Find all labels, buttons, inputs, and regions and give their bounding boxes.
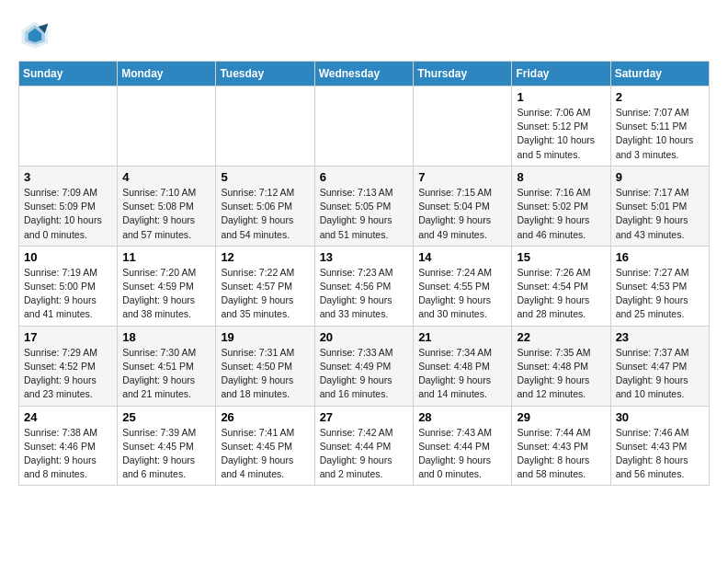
day-number: 4 bbox=[122, 170, 210, 184]
day-info: Sunrise: 7:23 AM Sunset: 4:56 PM Dayligh… bbox=[320, 266, 409, 322]
logo-icon bbox=[18, 18, 51, 52]
day-number: 17 bbox=[24, 330, 112, 344]
day-info: Sunrise: 7:30 AM Sunset: 4:51 PM Dayligh… bbox=[122, 346, 210, 402]
day-header-sunday: Sunday bbox=[19, 62, 118, 86]
day-header-wednesday: Wednesday bbox=[314, 62, 414, 86]
day-cell: 5Sunrise: 7:12 AM Sunset: 5:06 PM Daylig… bbox=[216, 166, 314, 246]
day-cell: 17Sunrise: 7:29 AM Sunset: 4:52 PM Dayli… bbox=[19, 326, 118, 406]
day-info: Sunrise: 7:43 AM Sunset: 4:44 PM Dayligh… bbox=[418, 426, 506, 482]
day-cell: 6Sunrise: 7:13 AM Sunset: 5:05 PM Daylig… bbox=[314, 166, 414, 246]
day-header-saturday: Saturday bbox=[610, 62, 709, 86]
day-info: Sunrise: 7:09 AM Sunset: 5:09 PM Dayligh… bbox=[24, 186, 112, 242]
day-info: Sunrise: 7:39 AM Sunset: 4:45 PM Dayligh… bbox=[122, 426, 210, 482]
day-info: Sunrise: 7:42 AM Sunset: 4:44 PM Dayligh… bbox=[320, 426, 409, 482]
day-number: 9 bbox=[616, 170, 704, 184]
day-number: 27 bbox=[320, 410, 409, 424]
calendar-table: SundayMondayTuesdayWednesdayThursdayFrid… bbox=[18, 61, 710, 486]
day-cell: 12Sunrise: 7:22 AM Sunset: 4:57 PM Dayli… bbox=[216, 246, 314, 326]
logo bbox=[18, 18, 57, 52]
day-info: Sunrise: 7:46 AM Sunset: 4:43 PM Dayligh… bbox=[616, 426, 704, 482]
day-number: 25 bbox=[122, 410, 210, 424]
day-cell: 2Sunrise: 7:07 AM Sunset: 5:11 PM Daylig… bbox=[610, 86, 709, 167]
day-cell bbox=[118, 86, 216, 167]
week-row-3: 10Sunrise: 7:19 AM Sunset: 5:00 PM Dayli… bbox=[19, 246, 710, 326]
day-info: Sunrise: 7:15 AM Sunset: 5:04 PM Dayligh… bbox=[418, 186, 506, 242]
day-info: Sunrise: 7:07 AM Sunset: 5:11 PM Dayligh… bbox=[616, 106, 704, 162]
day-number: 6 bbox=[320, 170, 409, 184]
week-row-2: 3Sunrise: 7:09 AM Sunset: 5:09 PM Daylig… bbox=[19, 166, 710, 246]
day-cell: 25Sunrise: 7:39 AM Sunset: 4:45 PM Dayli… bbox=[118, 406, 216, 486]
day-cell: 11Sunrise: 7:20 AM Sunset: 4:59 PM Dayli… bbox=[118, 246, 216, 326]
day-info: Sunrise: 7:34 AM Sunset: 4:48 PM Dayligh… bbox=[418, 346, 506, 402]
header bbox=[18, 18, 710, 52]
day-number: 13 bbox=[320, 250, 409, 264]
day-cell: 27Sunrise: 7:42 AM Sunset: 4:44 PM Dayli… bbox=[314, 406, 414, 486]
day-number: 15 bbox=[517, 250, 605, 264]
day-info: Sunrise: 7:24 AM Sunset: 4:55 PM Dayligh… bbox=[418, 266, 506, 322]
day-number: 3 bbox=[24, 170, 112, 184]
day-number: 5 bbox=[221, 170, 309, 184]
day-info: Sunrise: 7:20 AM Sunset: 4:59 PM Dayligh… bbox=[122, 266, 210, 322]
day-cell: 9Sunrise: 7:17 AM Sunset: 5:01 PM Daylig… bbox=[610, 166, 709, 246]
day-cell: 7Sunrise: 7:15 AM Sunset: 5:04 PM Daylig… bbox=[414, 166, 512, 246]
day-cell: 19Sunrise: 7:31 AM Sunset: 4:50 PM Dayli… bbox=[216, 326, 314, 406]
day-info: Sunrise: 7:27 AM Sunset: 4:53 PM Dayligh… bbox=[616, 266, 704, 322]
day-cell: 14Sunrise: 7:24 AM Sunset: 4:55 PM Dayli… bbox=[414, 246, 512, 326]
day-number: 19 bbox=[221, 330, 309, 344]
day-cell: 8Sunrise: 7:16 AM Sunset: 5:02 PM Daylig… bbox=[512, 166, 610, 246]
day-cell: 16Sunrise: 7:27 AM Sunset: 4:53 PM Dayli… bbox=[610, 246, 709, 326]
day-number: 20 bbox=[320, 330, 409, 344]
day-cell: 26Sunrise: 7:41 AM Sunset: 4:45 PM Dayli… bbox=[216, 406, 314, 486]
day-header-friday: Friday bbox=[512, 62, 610, 86]
day-info: Sunrise: 7:41 AM Sunset: 4:45 PM Dayligh… bbox=[221, 426, 309, 482]
day-info: Sunrise: 7:17 AM Sunset: 5:01 PM Dayligh… bbox=[616, 186, 704, 242]
day-info: Sunrise: 7:06 AM Sunset: 5:12 PM Dayligh… bbox=[517, 106, 605, 162]
day-number: 8 bbox=[517, 170, 605, 184]
day-number: 18 bbox=[122, 330, 210, 344]
day-cell: 28Sunrise: 7:43 AM Sunset: 4:44 PM Dayli… bbox=[414, 406, 512, 486]
day-info: Sunrise: 7:26 AM Sunset: 4:54 PM Dayligh… bbox=[517, 266, 605, 322]
day-number: 10 bbox=[24, 250, 112, 264]
day-number: 21 bbox=[418, 330, 506, 344]
day-info: Sunrise: 7:29 AM Sunset: 4:52 PM Dayligh… bbox=[24, 346, 112, 402]
day-info: Sunrise: 7:38 AM Sunset: 4:46 PM Dayligh… bbox=[24, 426, 112, 482]
day-info: Sunrise: 7:13 AM Sunset: 5:05 PM Dayligh… bbox=[320, 186, 409, 242]
day-cell: 22Sunrise: 7:35 AM Sunset: 4:48 PM Dayli… bbox=[512, 326, 610, 406]
day-number: 7 bbox=[418, 170, 506, 184]
day-info: Sunrise: 7:22 AM Sunset: 4:57 PM Dayligh… bbox=[221, 266, 309, 322]
day-number: 2 bbox=[616, 90, 704, 104]
day-cell: 3Sunrise: 7:09 AM Sunset: 5:09 PM Daylig… bbox=[19, 166, 118, 246]
day-info: Sunrise: 7:44 AM Sunset: 4:43 PM Dayligh… bbox=[517, 426, 605, 482]
header-row: SundayMondayTuesdayWednesdayThursdayFrid… bbox=[19, 62, 710, 86]
day-cell: 23Sunrise: 7:37 AM Sunset: 4:47 PM Dayli… bbox=[610, 326, 709, 406]
day-info: Sunrise: 7:31 AM Sunset: 4:50 PM Dayligh… bbox=[221, 346, 309, 402]
day-info: Sunrise: 7:16 AM Sunset: 5:02 PM Dayligh… bbox=[517, 186, 605, 242]
day-number: 11 bbox=[122, 250, 210, 264]
day-number: 26 bbox=[221, 410, 309, 424]
day-cell: 29Sunrise: 7:44 AM Sunset: 4:43 PM Dayli… bbox=[512, 406, 610, 486]
day-cell: 15Sunrise: 7:26 AM Sunset: 4:54 PM Dayli… bbox=[512, 246, 610, 326]
day-cell bbox=[216, 86, 314, 167]
day-cell: 20Sunrise: 7:33 AM Sunset: 4:49 PM Dayli… bbox=[314, 326, 414, 406]
week-row-4: 17Sunrise: 7:29 AM Sunset: 4:52 PM Dayli… bbox=[19, 326, 710, 406]
day-number: 24 bbox=[24, 410, 112, 424]
day-cell: 24Sunrise: 7:38 AM Sunset: 4:46 PM Dayli… bbox=[19, 406, 118, 486]
day-number: 12 bbox=[221, 250, 309, 264]
day-number: 28 bbox=[418, 410, 506, 424]
day-cell: 30Sunrise: 7:46 AM Sunset: 4:43 PM Dayli… bbox=[610, 406, 709, 486]
day-info: Sunrise: 7:37 AM Sunset: 4:47 PM Dayligh… bbox=[616, 346, 704, 402]
day-info: Sunrise: 7:35 AM Sunset: 4:48 PM Dayligh… bbox=[517, 346, 605, 402]
day-number: 22 bbox=[517, 330, 605, 344]
day-number: 29 bbox=[517, 410, 605, 424]
day-cell: 10Sunrise: 7:19 AM Sunset: 5:00 PM Dayli… bbox=[19, 246, 118, 326]
day-cell bbox=[19, 86, 118, 167]
day-cell: 13Sunrise: 7:23 AM Sunset: 4:56 PM Dayli… bbox=[314, 246, 414, 326]
day-number: 23 bbox=[616, 330, 704, 344]
day-info: Sunrise: 7:10 AM Sunset: 5:08 PM Dayligh… bbox=[122, 186, 210, 242]
day-number: 1 bbox=[517, 90, 605, 104]
day-cell: 18Sunrise: 7:30 AM Sunset: 4:51 PM Dayli… bbox=[118, 326, 216, 406]
day-cell: 4Sunrise: 7:10 AM Sunset: 5:08 PM Daylig… bbox=[118, 166, 216, 246]
day-info: Sunrise: 7:19 AM Sunset: 5:00 PM Dayligh… bbox=[24, 266, 112, 322]
day-info: Sunrise: 7:12 AM Sunset: 5:06 PM Dayligh… bbox=[221, 186, 309, 242]
day-number: 30 bbox=[616, 410, 704, 424]
